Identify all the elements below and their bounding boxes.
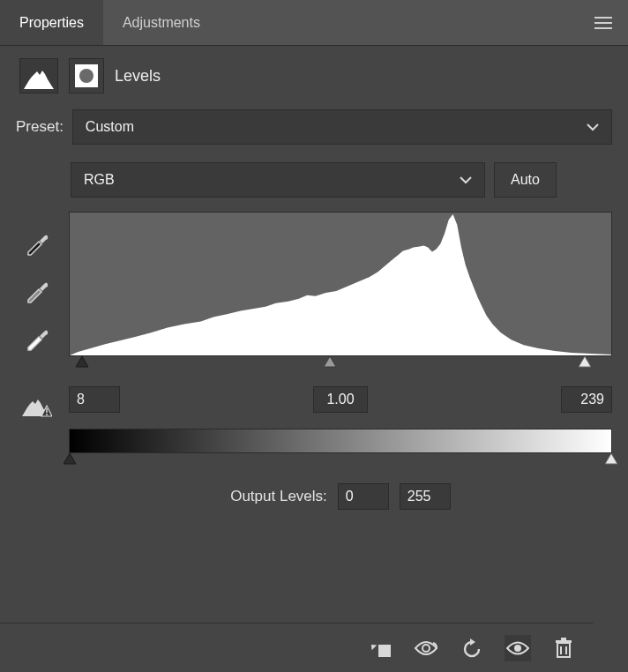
svg-marker-13 (64, 453, 76, 464)
chevron-down-icon (587, 119, 599, 135)
delete-icon[interactable] (550, 635, 577, 661)
channel-dropdown[interactable]: RGB (71, 162, 485, 198)
preset-dropdown[interactable]: Custom (72, 109, 612, 145)
svg-marker-9 (70, 214, 611, 355)
output-white-field[interactable] (400, 483, 451, 510)
reset-icon[interactable] (459, 635, 485, 661)
svg-marker-14 (605, 453, 617, 464)
svg-marker-10 (76, 356, 88, 367)
panel-menu-icon[interactable] (591, 11, 616, 35)
svg-marker-3 (24, 71, 54, 89)
input-white-field[interactable] (561, 386, 612, 413)
levels-adjustment-icon (19, 58, 58, 93)
output-white-slider[interactable] (605, 453, 617, 466)
view-previous-state-icon[interactable] (413, 635, 439, 661)
output-black-slider[interactable] (64, 453, 76, 466)
svg-marker-12 (579, 356, 591, 367)
svg-rect-22 (556, 640, 572, 643)
svg-rect-19 (557, 643, 570, 657)
clipping-warning-icon[interactable] (22, 395, 52, 420)
svg-rect-23 (561, 638, 566, 640)
channel-value: RGB (84, 172, 115, 188)
tab-properties[interactable]: Properties (0, 0, 103, 45)
clip-to-layer-icon[interactable] (367, 635, 393, 661)
svg-rect-15 (378, 645, 391, 657)
preset-value: Custom (86, 119, 134, 135)
input-black-slider[interactable] (76, 356, 88, 369)
svg-point-16 (422, 645, 430, 652)
svg-marker-17 (470, 638, 475, 646)
auto-button[interactable]: Auto (494, 162, 557, 198)
input-gamma-slider[interactable] (324, 356, 336, 369)
gray-point-eyedropper[interactable] (25, 279, 49, 303)
svg-point-8 (46, 414, 48, 415)
input-white-slider[interactable] (579, 356, 591, 369)
output-gradient (69, 429, 612, 453)
preset-label: Preset: (16, 118, 64, 136)
black-point-eyedropper[interactable] (25, 231, 49, 256)
histogram (69, 212, 612, 356)
adjustment-title: Levels (115, 67, 161, 86)
svg-point-18 (514, 645, 521, 652)
white-point-eyedropper[interactable] (25, 326, 49, 351)
output-slider-track[interactable] (69, 453, 612, 471)
output-levels-label: Output Levels: (230, 488, 327, 505)
output-black-field[interactable] (338, 483, 389, 510)
input-gamma-field[interactable] (313, 386, 368, 413)
svg-marker-11 (324, 356, 336, 367)
svg-point-5 (79, 69, 93, 83)
input-slider-track[interactable] (69, 356, 612, 376)
layer-mask-icon[interactable] (69, 58, 104, 93)
chevron-down-icon (460, 172, 472, 188)
input-black-field[interactable] (69, 386, 120, 413)
tab-adjustments[interactable]: Adjustments (103, 0, 220, 45)
toggle-visibility-icon[interactable] (505, 635, 531, 661)
